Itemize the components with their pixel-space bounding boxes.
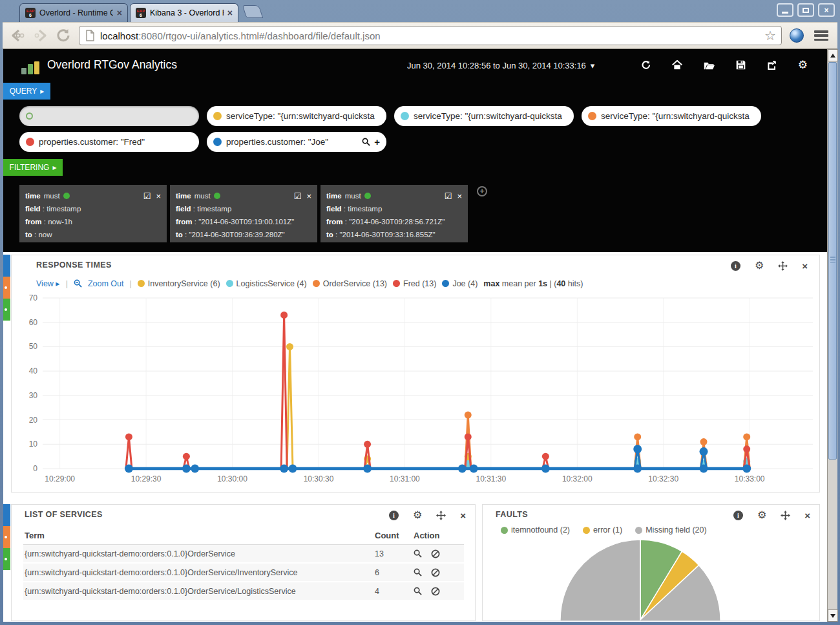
zoom-out-icon[interactable] — [74, 279, 82, 288]
forward-icon[interactable] — [32, 27, 49, 44]
tab-close-icon[interactable]: × — [117, 8, 122, 18]
home-icon[interactable] — [672, 60, 682, 70]
query-color-dot-icon[interactable] — [26, 138, 34, 146]
move-icon[interactable] — [778, 261, 788, 271]
browser-tab-overlord[interactable]: EAP6 Overlord - Runtime Gover × — [19, 3, 128, 22]
row-collapse-button[interactable] — [3, 504, 10, 526]
legend-item-fred[interactable]: Fred (13) — [393, 279, 436, 288]
url-text: localhost:8080/rtgov-ui/analytics.html#/… — [100, 30, 759, 41]
globe-icon[interactable] — [790, 28, 804, 43]
address-bar[interactable]: localhost:8080/rtgov-ui/analytics.html#/… — [79, 26, 782, 45]
refresh-icon[interactable] — [56, 28, 71, 43]
legend-item-logisticsservice[interactable]: LogisticsService (4) — [226, 279, 307, 288]
table-row: {urn:switchyard-quickstart-demo:orders:0… — [23, 545, 464, 564]
scroll-up-button[interactable] — [828, 49, 838, 61]
titlebar: EAP6 Overlord - Runtime Gover × EAP6 Kib… — [0, 0, 840, 22]
query-button[interactable]: QUERY▸ — [3, 83, 50, 100]
svg-text:0: 0 — [33, 464, 37, 473]
scroll-down-button[interactable] — [828, 609, 838, 622]
query-color-ring-icon[interactable] — [26, 112, 33, 120]
legend-item-inventoryservice[interactable]: InventoryService (6) — [138, 279, 220, 288]
row-settings-button[interactable] — [3, 277, 10, 299]
refresh-dashboard-icon[interactable] — [641, 60, 651, 70]
back-icon[interactable] — [9, 27, 26, 44]
query-text: serviceType: "{urn:switchyard-quicksta — [414, 111, 562, 121]
legend-item-orderservice[interactable]: OrderService (13) — [313, 279, 387, 288]
search-icon[interactable] — [362, 138, 370, 146]
query-input[interactable] — [37, 111, 193, 122]
svg-text:10:32:00: 10:32:00 — [562, 474, 593, 483]
query-color-dot-icon[interactable] — [213, 138, 222, 146]
add-filter-icon[interactable]: + — [477, 186, 487, 196]
time-range-picker[interactable]: Jun 30, 2014 10:28:56 to Jun 30, 2014 10… — [407, 61, 594, 70]
bookmark-star-icon[interactable]: ☆ — [764, 28, 776, 43]
response-times-chart[interactable]: 10:29:0010:29:3010:30:0010:30:3010:31:00… — [13, 290, 817, 491]
info-icon[interactable]: i — [731, 261, 740, 271]
query-pill-inventoryservice[interactable]: serviceType: "{urn:switchyard-quicksta — [207, 106, 386, 126]
filter-remove-icon[interactable]: × — [156, 192, 161, 200]
move-icon[interactable] — [436, 511, 446, 520]
query-pill-input[interactable] — [19, 106, 199, 126]
panel-title: RESPONSE TIMES — [36, 260, 112, 270]
search-term-icon[interactable] — [414, 568, 422, 577]
window-minimize-button[interactable] — [777, 3, 793, 17]
gear-icon[interactable]: ⚙ — [413, 510, 422, 520]
tab-title: Overlord - Runtime Gover — [39, 8, 113, 17]
faults-pie-chart[interactable] — [483, 505, 820, 621]
row-add-panel-button[interactable] — [3, 548, 10, 570]
filter-remove-icon[interactable]: × — [306, 192, 311, 200]
filtering-button[interactable]: FILTERING▸ — [3, 159, 63, 176]
open-folder-icon[interactable] — [704, 61, 715, 70]
browser-tab-kibana[interactable]: EAP6 Kibana 3 - Overlord RTGo × — [130, 3, 238, 22]
search-term-icon[interactable] — [414, 587, 422, 595]
svg-text:70: 70 — [29, 293, 38, 302]
svg-text:10:30:30: 10:30:30 — [304, 474, 334, 483]
dashboard-settings-gear-icon[interactable]: ⚙ — [798, 59, 808, 70]
share-icon[interactable] — [767, 60, 777, 70]
row-collapse-button[interactable] — [3, 255, 10, 277]
scrollbar-thumb[interactable] — [828, 62, 837, 460]
filter-enabled-checkbox-icon[interactable]: ☑ — [445, 192, 452, 200]
filter-enabled-checkbox-icon[interactable]: ☑ — [294, 192, 302, 200]
search-term-icon[interactable] — [414, 549, 422, 558]
query-color-dot-icon[interactable] — [588, 112, 596, 120]
query-pill-joe[interactable]: properties.customer: "Joe" + — [207, 132, 386, 152]
close-icon[interactable]: × — [802, 261, 808, 271]
row-controls-bottom — [3, 504, 10, 570]
window-close-button[interactable]: × — [818, 3, 835, 17]
query-pill-orderservice[interactable]: serviceType: "{urn:switchyard-quicksta — [582, 106, 761, 126]
view-menu-link[interactable]: View ▸ — [36, 279, 60, 288]
close-icon[interactable]: × — [460, 511, 466, 520]
filter-enabled-checkbox-icon[interactable]: ☑ — [143, 192, 151, 200]
list-of-services-panel: LIST OF SERVICES i ⚙ × Term Count Action… — [11, 504, 476, 621]
zoom-out-link[interactable]: Zoom Out — [88, 279, 124, 288]
new-tab-button[interactable] — [242, 5, 263, 18]
svg-text:30: 30 — [29, 391, 38, 400]
svg-text:10: 10 — [29, 440, 38, 449]
svg-text:10:31:00: 10:31:00 — [390, 474, 420, 483]
query-pill-logisticsservice[interactable]: serviceType: "{urn:switchyard-quicksta — [394, 106, 574, 126]
menu-icon[interactable] — [814, 30, 828, 41]
info-icon[interactable]: i — [389, 511, 399, 520]
chart-stats-text: max mean per 1s | (40 hits) — [483, 279, 583, 288]
save-icon[interactable] — [736, 60, 746, 70]
query-pill-fred[interactable]: properties.customer: "Fred" — [19, 132, 199, 152]
exclude-term-icon[interactable] — [431, 549, 440, 558]
row-settings-button[interactable] — [3, 526, 10, 548]
chevron-right-icon: ▸ — [40, 87, 44, 96]
add-query-icon[interactable]: + — [374, 136, 380, 147]
page-scrollbar[interactable] — [827, 49, 837, 622]
time-range-text: Jun 30, 2014 10:28:56 to Jun 30, 2014 10… — [407, 61, 586, 70]
exclude-term-icon[interactable] — [431, 568, 440, 577]
gear-icon[interactable]: ⚙ — [755, 260, 764, 271]
window-maximize-button[interactable] — [797, 3, 814, 17]
query-text: properties.customer: "Fred" — [39, 137, 145, 147]
exclude-term-icon[interactable] — [431, 587, 440, 596]
query-color-dot-icon[interactable] — [213, 112, 222, 120]
tab-close-icon[interactable]: × — [227, 8, 233, 18]
row-add-panel-button[interactable] — [3, 299, 10, 321]
svg-text:60: 60 — [29, 318, 38, 327]
query-color-dot-icon[interactable] — [401, 112, 409, 120]
legend-item-joe[interactable]: Joe (4) — [442, 279, 478, 288]
filter-remove-icon[interactable]: × — [457, 192, 462, 200]
